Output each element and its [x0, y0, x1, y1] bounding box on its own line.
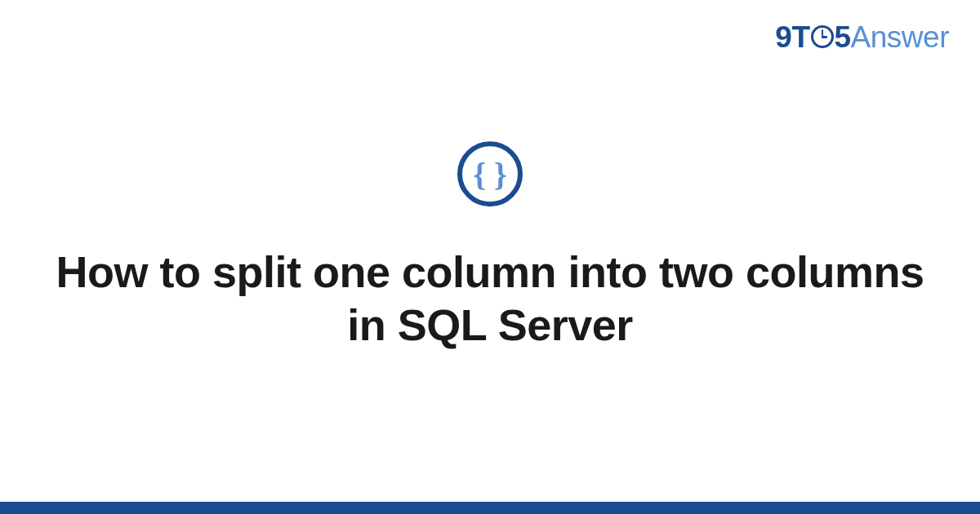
- logo-text-9t: 9T: [775, 20, 809, 54]
- braces-glyph: { }: [473, 155, 507, 193]
- code-braces-icon: { }: [457, 141, 523, 206]
- logo-text-5: 5: [835, 20, 851, 54]
- page-title: How to split one column into two columns…: [49, 246, 931, 352]
- logo-text-answer: Answer: [851, 20, 949, 54]
- bottom-accent-bar: [0, 502, 980, 514]
- site-logo: 9T5Answer: [775, 20, 949, 55]
- clock-icon: [811, 25, 834, 48]
- main-content: { } How to split one column into two col…: [0, 141, 980, 352]
